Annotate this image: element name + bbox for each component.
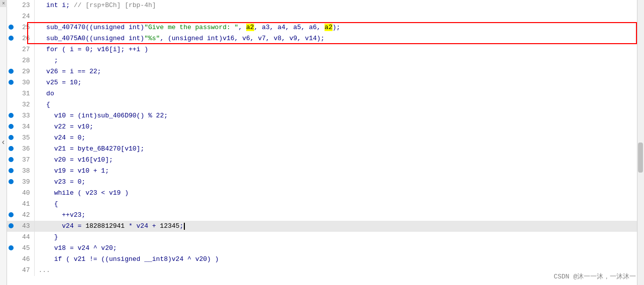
code-line[interactable]: v19 = v10 + 1; <box>34 166 644 177</box>
dot-icon <box>9 36 14 41</box>
code-line[interactable]: v23 = 0; <box>34 177 644 188</box>
code-line[interactable]: v25 = 10; <box>34 77 644 88</box>
breakpoint-dot <box>7 166 15 177</box>
breakpoint-dot <box>7 221 15 232</box>
dot-icon <box>9 124 14 129</box>
dot-icon <box>9 80 14 85</box>
line-number: 23 <box>15 0 34 11</box>
code-line[interactable]: int i; // [rsp+BCh] [rbp-4h] <box>34 0 644 11</box>
table-row: 33 v10 = (int)sub_406D90() % 22; <box>7 110 644 121</box>
code-line[interactable]: { <box>34 99 644 110</box>
line-number: 31 <box>15 88 34 99</box>
code-line[interactable]: v18 = v24 ^ v20; <box>34 243 644 254</box>
line-number: 34 <box>15 121 34 132</box>
code-line[interactable]: v26 = i == 22; <box>34 66 644 77</box>
code-line[interactable]: } <box>34 232 644 243</box>
code-line[interactable]: { <box>34 199 644 210</box>
code-line[interactable]: do <box>34 88 644 99</box>
code-line[interactable] <box>34 11 644 22</box>
breakpoint-dot <box>7 11 15 22</box>
table-row: 24 <box>7 11 644 22</box>
line-number: 41 <box>15 199 34 210</box>
dot-icon <box>9 179 14 184</box>
code-line[interactable]: v10 = (int)sub_406D90() % 22; <box>34 110 644 121</box>
code-line[interactable]: ; <box>34 55 644 66</box>
code-container: × ‹ 23 int i; // [rsp+BCh] [rbp-4h]2425 … <box>0 0 644 285</box>
line-number: 30 <box>15 77 34 88</box>
scroll-thumb[interactable] <box>638 143 643 173</box>
vertical-scrollbar[interactable] <box>637 0 644 285</box>
line-number: 38 <box>15 166 34 177</box>
code-table: 23 int i; // [rsp+BCh] [rbp-4h]2425 sub_… <box>7 0 644 276</box>
breakpoint-dot <box>7 22 15 33</box>
close-button[interactable]: × <box>0 0 7 7</box>
breakpoint-dot <box>7 144 15 155</box>
table-row: 40 while ( v23 < v19 ) <box>7 188 644 199</box>
code-line[interactable]: ++v23; <box>34 210 644 221</box>
breakpoint-dot <box>7 132 15 144</box>
code-line[interactable]: v22 = v10; <box>34 121 644 132</box>
code-line[interactable]: while ( v23 < v19 ) <box>34 188 644 199</box>
line-number: 28 <box>15 55 34 66</box>
code-line[interactable]: sub_407470((unsigned int)"Give me the pa… <box>34 22 644 33</box>
dot-icon <box>9 168 14 173</box>
line-number: 47 <box>15 265 34 276</box>
dot-icon <box>9 212 14 217</box>
table-row: 39 v23 = 0; <box>7 177 644 188</box>
collapse-arrow[interactable]: ‹ <box>1 138 6 147</box>
breakpoint-dot <box>7 177 15 188</box>
table-row: 36 v21 = byte_6B4270[v10]; <box>7 144 644 155</box>
code-area[interactable]: 23 int i; // [rsp+BCh] [rbp-4h]2425 sub_… <box>7 0 644 285</box>
line-number: 24 <box>15 11 34 22</box>
line-number: 42 <box>15 210 34 221</box>
table-row: 44 } <box>7 232 644 243</box>
table-row: 47... <box>7 265 644 276</box>
dot-icon <box>9 245 14 250</box>
breakpoint-dot <box>7 265 15 276</box>
breakpoint-dot <box>7 99 15 110</box>
breakpoint-dot <box>7 55 15 66</box>
table-row: 28 ; <box>7 55 644 66</box>
line-number: 39 <box>15 177 34 188</box>
breakpoint-dot <box>7 243 15 254</box>
breakpoint-dot <box>7 188 15 199</box>
breakpoint-dot <box>7 33 15 44</box>
code-line[interactable]: if ( v21 != ((unsigned __int8)v24 ^ v20)… <box>34 254 644 265</box>
line-number: 35 <box>15 132 34 144</box>
code-line[interactable]: sub_4075A0((unsigned int)"%s", (unsigned… <box>34 33 644 44</box>
code-line[interactable]: v24 = 0; <box>34 132 644 144</box>
table-row: 31 do <box>7 88 644 99</box>
table-row: 23 int i; // [rsp+BCh] [rbp-4h] <box>7 0 644 11</box>
breakpoint-dot <box>7 88 15 99</box>
table-row: 29 v26 = i == 22; <box>7 66 644 77</box>
breakpoint-dot <box>7 44 15 55</box>
table-row: 42 ++v23; <box>7 210 644 221</box>
table-row: 43 v24 = 1828812941 * v24 + 12345; <box>7 221 644 232</box>
code-line[interactable]: v20 = v16[v10]; <box>34 155 644 166</box>
line-number: 37 <box>15 155 34 166</box>
breakpoint-dot <box>7 199 15 210</box>
line-number: 44 <box>15 232 34 243</box>
line-number: 27 <box>15 44 34 55</box>
dot-icon <box>9 223 14 228</box>
line-number: 45 <box>15 243 34 254</box>
table-row: 34 v22 = v10; <box>7 121 644 132</box>
breakpoint-dot <box>7 0 15 11</box>
dot-icon <box>9 157 14 162</box>
breakpoint-dot <box>7 110 15 121</box>
code-line[interactable]: v24 = 1828812941 * v24 + 12345; <box>34 221 644 232</box>
left-panel: × ‹ <box>0 0 7 285</box>
code-line[interactable]: v21 = byte_6B4270[v10]; <box>34 144 644 155</box>
code-line[interactable]: ... <box>34 265 644 276</box>
table-row: 26 sub_4075A0((unsigned int)"%s", (unsig… <box>7 33 644 44</box>
watermark: CSDN @沐一一沐，一沐沐一 <box>554 272 636 281</box>
table-row: 35 v24 = 0; <box>7 132 644 144</box>
breakpoint-dot <box>7 155 15 166</box>
breakpoint-dot <box>7 77 15 88</box>
breakpoint-dot <box>7 121 15 132</box>
dot-icon <box>9 113 14 118</box>
table-row: 25 sub_407470((unsigned int)"Give me the… <box>7 22 644 33</box>
dot-icon <box>9 146 14 151</box>
code-line[interactable]: for ( i = 0; v16[i]; ++i ) <box>34 44 644 55</box>
line-number: 32 <box>15 99 34 110</box>
